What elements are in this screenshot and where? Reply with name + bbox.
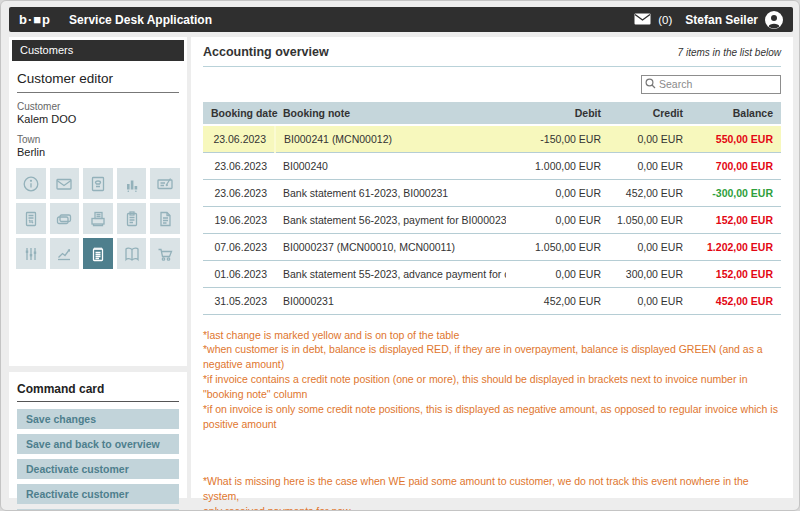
customer-editor-panel: Customers Customer editor Customer Kalem…	[9, 37, 187, 366]
debit-cell: 1.000,00 EUR	[506, 152, 609, 179]
command-button[interactable]: Reactivate customer	[17, 484, 179, 504]
balance-cell: 550,00 EUR	[691, 125, 781, 153]
page-title: Accounting overview	[203, 45, 329, 59]
booking-note-cell: Bank statement 61-2023, BI000231	[275, 179, 506, 206]
catalog-icon	[122, 244, 142, 264]
note-line: *last change is marked yellow and is on …	[203, 328, 781, 343]
debit-cell: -150,00 EUR	[506, 125, 609, 153]
table-row[interactable]: 31.05.2023 BI0000231 452,00 EUR 0,00 EUR…	[203, 287, 781, 314]
booking-note-cell: BI0000237 (MCN00010, MCN00011)	[275, 233, 506, 260]
town-label: Town	[17, 134, 179, 145]
debit-cell: 0,00 EUR	[506, 260, 609, 287]
note-line: *if on invoice is only some credit note …	[203, 402, 781, 432]
table-row[interactable]: 23.06.2023 Bank statement 61-2023, BI000…	[203, 179, 781, 206]
credit-cell: 1.050,00 EUR	[609, 206, 691, 233]
booking-note-cell: BI000241 (MCN00012)	[275, 125, 506, 153]
top-bar: b·■p Service Desk Application (0) Stefan…	[9, 7, 793, 32]
command-card-panel: Command card Save changes Save and back …	[9, 372, 187, 498]
info-icon	[21, 174, 41, 194]
statistics-icon	[122, 174, 142, 194]
clipboard-tile[interactable]	[117, 203, 147, 234]
town-value: Berlin	[17, 146, 179, 158]
column-header-booking-note[interactable]: Booking note	[275, 102, 506, 125]
accounting-overview-panel: Accounting overview 7 items in the list …	[191, 37, 793, 498]
booking-date-cell: 07.06.2023	[203, 233, 275, 260]
balance-cell: 700,00 EUR	[691, 152, 781, 179]
printer-tile[interactable]	[83, 203, 113, 234]
company-logo-icon: b·■p	[19, 12, 51, 27]
document-tile[interactable]	[150, 203, 180, 234]
planning-icon	[21, 244, 41, 264]
table-row[interactable]: 01.06.2023 Bank statement 55-2023, advan…	[203, 260, 781, 287]
table-row[interactable]: 23.06.2023 BI000240 1.000,00 EUR 0,00 EU…	[203, 152, 781, 179]
balance-cell: 152,00 EUR	[691, 260, 781, 287]
booking-date-cell: 31.05.2023	[203, 287, 275, 314]
catalog-tile[interactable]	[117, 238, 147, 269]
column-header-debit[interactable]: Debit	[506, 102, 609, 125]
accounting-table: Booking date Booking note Debit Credit B…	[203, 102, 781, 315]
search-input[interactable]	[641, 75, 781, 94]
credit-cell: 300,00 EUR	[609, 260, 691, 287]
statistics-tile[interactable]	[117, 168, 147, 199]
invoice-tile[interactable]	[16, 203, 46, 234]
planning-tile[interactable]	[16, 238, 46, 269]
info-tile[interactable]	[16, 168, 46, 199]
column-header-credit[interactable]: Credit	[609, 102, 691, 125]
command-card-title: Command card	[17, 378, 179, 402]
command-button[interactable]: Save changes	[17, 409, 179, 429]
debit-cell: 1.050,00 EUR	[506, 233, 609, 260]
table-row[interactable]: 23.06.2023 BI000241 (MCN00012) -150,00 E…	[203, 125, 781, 153]
booking-date-cell: 23.06.2023	[203, 152, 275, 179]
cards-icon	[54, 209, 74, 229]
customers-section-header[interactable]: Customers	[12, 40, 184, 61]
booking-note-cell: Bank statement 55-2023, advance payment …	[275, 260, 506, 287]
annotation-notes-1: *last change is marked yellow and is on …	[203, 328, 781, 432]
note-line: *What is missing here is the case when W…	[203, 474, 781, 504]
balance-cell: 152,00 EUR	[691, 206, 781, 233]
customer-value: Kalem DOO	[17, 113, 179, 125]
credit-cell: 0,00 EUR	[609, 233, 691, 260]
credit-cell: 0,00 EUR	[609, 152, 691, 179]
balance-cell: -300,00 EUR	[691, 179, 781, 206]
contract-tile[interactable]	[150, 168, 180, 199]
note-line: *when customer is in debt, balance is di…	[203, 342, 781, 372]
column-header-balance[interactable]: Balance	[691, 102, 781, 125]
customer-field: Customer Kalem DOO	[17, 101, 179, 125]
debit-cell: 452,00 EUR	[506, 287, 609, 314]
clipboard-icon	[122, 209, 142, 229]
module-icon-grid	[16, 168, 180, 269]
header-divider	[203, 66, 781, 67]
debit-cell: 0,00 EUR	[506, 206, 609, 233]
mail-icon[interactable]	[634, 11, 651, 29]
trend-tile[interactable]	[50, 238, 80, 269]
table-row[interactable]: 07.06.2023 BI0000237 (MCN00010, MCN00011…	[203, 233, 781, 260]
invoice-icon	[21, 209, 41, 229]
cards-tile[interactable]	[50, 203, 80, 234]
items-count-note: 7 items in the list below	[678, 47, 781, 58]
cart-tile[interactable]	[150, 238, 180, 269]
cart-icon	[155, 244, 175, 264]
command-button[interactable]: Save and back to overview	[17, 434, 179, 454]
credit-cell: 0,00 EUR	[609, 287, 691, 314]
booking-note-cell: BI000240	[275, 152, 506, 179]
trend-icon	[54, 244, 74, 264]
user-avatar-icon[interactable]	[765, 11, 783, 29]
contacts-tile[interactable]	[83, 168, 113, 199]
customer-editor-title: Customer editor	[17, 67, 179, 93]
mail-count: (0)	[658, 14, 672, 26]
note-line: *if invoice contains a credit note posit…	[203, 372, 781, 402]
mail-icon	[54, 174, 74, 194]
user-name[interactable]: Stefan Seiler	[685, 13, 758, 27]
notepad-tile-selected[interactable]	[83, 238, 113, 269]
command-button[interactable]: Deactivate customer	[17, 459, 179, 479]
credit-cell: 452,00 EUR	[609, 179, 691, 206]
table-header-row: Booking date Booking note Debit Credit B…	[203, 102, 781, 125]
contract-icon	[155, 174, 175, 194]
balance-cell: 452,00 EUR	[691, 287, 781, 314]
mail-tile[interactable]	[50, 168, 80, 199]
app-window: b·■p Service Desk Application (0) Stefan…	[0, 0, 800, 511]
column-header-booking-date[interactable]: Booking date	[203, 102, 275, 125]
booking-date-cell: 01.06.2023	[203, 260, 275, 287]
table-row[interactable]: 19.06.2023 Bank statement 56-2023, payme…	[203, 206, 781, 233]
printer-icon	[88, 209, 108, 229]
